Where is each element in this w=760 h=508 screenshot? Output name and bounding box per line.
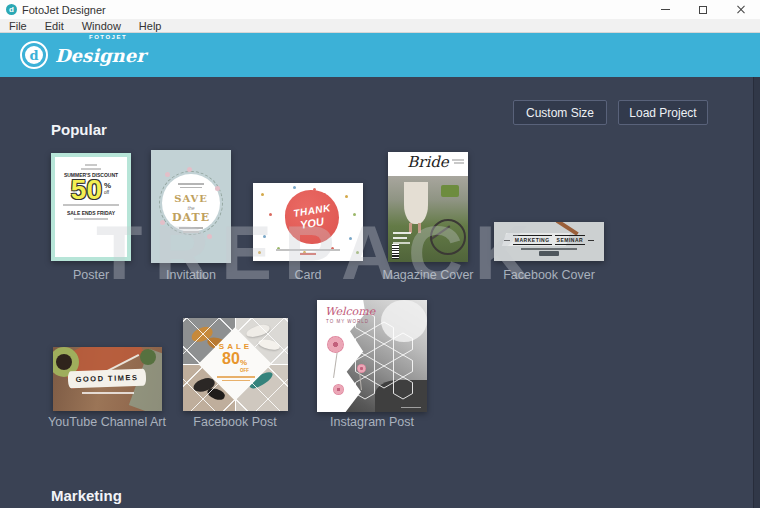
decor-bar: [276, 249, 340, 251]
template-label-youtube-channel-art: YouTube Channel Art: [37, 415, 177, 429]
minimize-button[interactable]: [646, 0, 684, 19]
template-thumb-invitation[interactable]: SAVE the DATE: [151, 150, 231, 263]
template-label-invitation: Invitation: [151, 268, 231, 282]
succulent-plant: [140, 349, 156, 365]
poster-off: off: [104, 190, 111, 195]
minimize-icon: [661, 9, 670, 10]
poster-percent: %: [104, 182, 111, 190]
fbcover-title-row: MARKETING SEMINAR: [494, 235, 604, 245]
menu-file[interactable]: File: [0, 19, 36, 33]
template-label-magazine-cover: Magazine Cover: [368, 268, 488, 282]
template-thumb-magazine-cover[interactable]: Bride: [388, 152, 468, 262]
fbpost-number: 80: [222, 351, 240, 367]
menu-window[interactable]: Window: [73, 19, 130, 33]
template-label-poster: Poster: [51, 268, 131, 282]
youtube-main-text: GOOD TIMES: [75, 373, 138, 384]
decor-bar: [178, 183, 204, 185]
poster-50: 50: [71, 176, 102, 204]
flower: [327, 336, 344, 353]
menu-edit[interactable]: Edit: [36, 19, 73, 33]
poster-discount: 50 % off: [55, 176, 127, 204]
fotojet-logo-icon: d: [20, 41, 48, 69]
template-label-facebook-post: Facebook Post: [175, 415, 295, 429]
brand-text: FOTOJET Designer: [55, 45, 146, 66]
section-heading-marketing: Marketing: [51, 487, 122, 504]
fbpost-off: OFF: [240, 368, 249, 373]
template-thumb-facebook-cover[interactable]: MARKETING SEMINAR: [494, 222, 604, 261]
template-thumb-youtube-channel-art[interactable]: GOOD TIMES: [53, 347, 162, 411]
fbcover-button-shape: [539, 251, 559, 256]
template-label-card: Card: [253, 268, 363, 282]
magazine-photo: [388, 176, 468, 262]
decor-bar: [452, 159, 464, 161]
barcode: [392, 244, 399, 259]
section-heading-popular: Popular: [51, 121, 107, 138]
close-button[interactable]: [722, 0, 760, 19]
decor-bar: [81, 168, 101, 170]
scrollbar-track[interactable]: [753, 77, 760, 508]
custom-size-button[interactable]: Custom Size: [513, 100, 607, 125]
template-thumb-card[interactable]: THANK YOU: [253, 183, 363, 261]
fbpost-percent: %: [240, 358, 247, 367]
close-icon: [736, 5, 746, 15]
template-thumb-facebook-post[interactable]: SALE 80 % OFF: [183, 318, 288, 411]
bicycle-wheel: [430, 219, 466, 255]
brand-designer-label: Designer: [55, 45, 146, 66]
decor-bar: [179, 227, 203, 229]
maximize-button[interactable]: [684, 0, 722, 19]
decor-bar: [454, 162, 464, 164]
title-bar: d FotoJet Designer: [0, 0, 760, 19]
template-label-instagram-post: Instagram Post: [311, 415, 433, 429]
flower: [357, 364, 366, 373]
app-logo-icon: d: [6, 4, 17, 15]
decor-bar: [63, 204, 119, 206]
template-thumb-poster[interactable]: SUMMER'S DISCOUNT 50 % off SALE ENDS FRI…: [51, 153, 131, 261]
load-project-button[interactable]: Load Project: [618, 100, 708, 125]
instagram-welcome: Welcome: [325, 305, 375, 318]
invitation-save: SAVE: [151, 193, 231, 204]
template-thumb-instagram-post[interactable]: Welcome TO MY WORLD: [317, 300, 427, 412]
decor-bar: [82, 392, 134, 394]
maximize-icon: [699, 6, 707, 14]
flower: [333, 384, 344, 395]
decor-bar: [183, 231, 199, 233]
menu-bar: File Edit Window Help: [0, 19, 760, 33]
bicycle-basket: [441, 185, 459, 197]
decor-bar: [300, 253, 316, 255]
invitation-date: DATE: [151, 211, 231, 224]
main-content: Custom Size Load Project Popular SUMMER'…: [0, 77, 760, 508]
brush-stroke: GOOD TIMES: [68, 369, 147, 389]
window-controls: [646, 0, 760, 19]
brand-header: d FOTOJET Designer: [0, 33, 760, 77]
poster-footer: SALE ENDS FRIDAY: [55, 210, 127, 216]
template-label-facebook-cover: Facebook Cover: [489, 268, 609, 282]
menu-help[interactable]: Help: [130, 19, 171, 33]
fotojet-logo-letter: d: [25, 46, 43, 64]
decor-bar: [85, 164, 97, 166]
fbcover-word2: SEMINAR: [555, 235, 586, 245]
decor-bar: [521, 248, 577, 250]
brand-fotojet-label: FOTOJET: [89, 34, 127, 40]
decor-bar: [180, 187, 202, 189]
window-title: FotoJet Designer: [22, 4, 106, 16]
fbcover-word1: MARKETING: [513, 235, 552, 245]
fbpost-sale-text: SALE 80 % OFF: [183, 342, 288, 381]
app-window: d FotoJet Designer File Edit Window Help…: [0, 0, 760, 508]
instagram-subtitle: TO MY WORLD: [326, 319, 369, 324]
decor-bar: [74, 218, 108, 220]
